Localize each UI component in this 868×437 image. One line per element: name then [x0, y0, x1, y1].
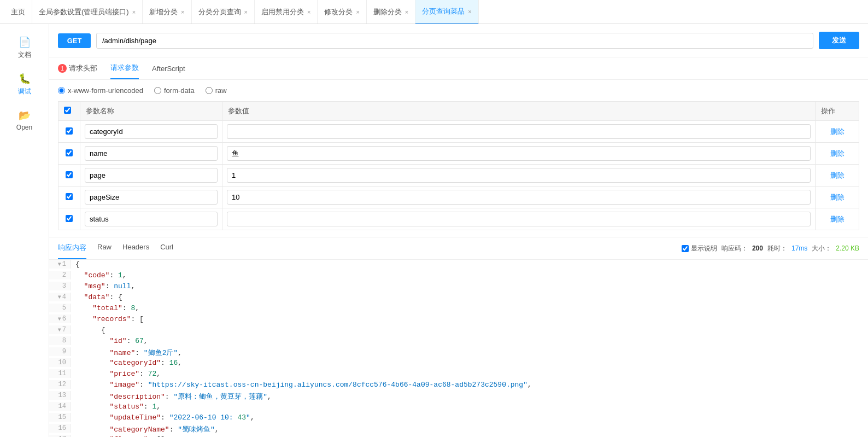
param-check-2[interactable]	[66, 171, 73, 178]
param-value-input-3[interactable]	[227, 190, 811, 205]
param-check-0[interactable]	[66, 127, 73, 135]
param-check-4[interactable]	[66, 215, 73, 222]
tab-label-enable-disable: 启用禁用分类	[261, 7, 304, 17]
tab-close-dish-page[interactable]: ×	[468, 8, 471, 15]
code-line: 9 "name": "鲫鱼2斤",	[49, 347, 868, 358]
tab-close-add-category[interactable]: ×	[181, 9, 184, 15]
tab-request-params[interactable]: 请求参数	[110, 57, 139, 79]
sidebar: 📄 文档 🐛 调试 📂 Open	[0, 24, 49, 437]
param-name-input-3[interactable]	[85, 190, 218, 205]
param-value-cell-0	[222, 121, 816, 143]
time-value: 17ms	[791, 244, 807, 252]
tab-delete-category[interactable]: 删除分类×	[367, 0, 415, 24]
tab-close-delete-category[interactable]: ×	[405, 9, 408, 15]
radio-x-www-label: x-www-form-urlencoded	[68, 86, 143, 95]
code-line: ▼1{	[49, 260, 868, 271]
param-name-input-1[interactable]	[85, 146, 218, 161]
status-code: 200	[752, 244, 763, 252]
param-value-input-2[interactable]	[227, 168, 811, 183]
line-content: "id": 67,	[71, 336, 868, 346]
param-action-cell-2: 删除	[816, 165, 859, 187]
param-delete-btn-0[interactable]: 删除	[828, 127, 847, 137]
param-delete-btn-3[interactable]: 删除	[828, 193, 847, 202]
line-number: 16	[49, 424, 71, 433]
code-line: ▼6 "records": [	[49, 314, 868, 325]
param-value-cell-4	[222, 208, 816, 230]
param-check-3[interactable]	[66, 193, 73, 200]
param-check-cell-2	[58, 165, 80, 187]
sidebar-label-debug: 调试	[18, 87, 31, 96]
col-param-name: 参数名称	[80, 102, 222, 121]
radio-x-www-input[interactable]	[58, 87, 65, 94]
response-meta: 显示说明 响应码： 200 耗时： 17ms 大小： 2.20 KB	[682, 244, 859, 253]
tab-close-enable-disable[interactable]: ×	[307, 9, 310, 15]
tab-raw[interactable]: Raw	[97, 237, 112, 259]
tab-enable-disable[interactable]: 启用禁用分类×	[255, 0, 318, 24]
send-button[interactable]: 发送	[819, 32, 859, 49]
param-name-input-2[interactable]	[85, 168, 218, 183]
tab-category-page[interactable]: 分类分页查询×	[192, 0, 255, 24]
line-number: 17	[49, 435, 71, 437]
tab-request-header[interactable]: 1 请求头部	[58, 58, 97, 79]
tab-curl[interactable]: Curl	[160, 237, 173, 259]
line-number: 14	[49, 402, 71, 411]
time-label: 耗时：	[767, 244, 787, 253]
tab-global-settings[interactable]: 全局参数设置(管理员端接口)×	[32, 0, 143, 24]
tab-headers[interactable]: Headers	[122, 237, 149, 259]
tab-afterscript[interactable]: AfterScript	[152, 59, 185, 78]
code-line: 3 "msg": null,	[49, 282, 868, 293]
tab-label-delete-category: 删除分类	[373, 7, 402, 17]
param-name-input-4[interactable]	[85, 212, 218, 226]
collapse-arrow[interactable]: ▼	[58, 294, 61, 300]
code-line: 16 "categoryName": "蜀味烤鱼",	[49, 424, 868, 435]
tab-edit-category[interactable]: 修改分类×	[318, 0, 366, 24]
param-value-input-4[interactable]	[227, 212, 811, 226]
param-check-cell-1	[58, 143, 80, 165]
tab-add-category[interactable]: 新增分类×	[143, 0, 191, 24]
tab-close-global-settings[interactable]: ×	[132, 9, 136, 15]
tab-response-content-label: 响应内容	[58, 243, 86, 252]
tab-dish-page[interactable]: 分页查询菜品×	[415, 0, 478, 24]
param-delete-btn-2[interactable]: 删除	[828, 171, 847, 180]
sidebar-item-docs[interactable]: 📄 文档	[0, 30, 49, 66]
url-input[interactable]	[96, 33, 813, 49]
tab-request-params-label: 请求参数	[110, 63, 139, 73]
param-name-input-0[interactable]	[85, 124, 218, 139]
radio-x-www[interactable]: x-www-form-urlencoded	[58, 86, 143, 95]
param-name-cell-0	[80, 121, 222, 143]
param-check-1[interactable]	[66, 149, 73, 156]
param-delete-btn-1[interactable]: 删除	[828, 149, 847, 159]
radio-raw-input[interactable]	[206, 87, 213, 94]
tab-home[interactable]: 主页	[4, 0, 32, 24]
debug-icon: 🐛	[19, 73, 31, 85]
line-number: 15	[49, 413, 71, 422]
radio-form-data-input[interactable]	[154, 87, 161, 94]
param-action-cell-1: 删除	[816, 143, 859, 165]
sidebar-item-debug[interactable]: 🐛 调试	[0, 66, 49, 103]
line-content: "status": 1,	[71, 402, 868, 411]
tab-close-category-page[interactable]: ×	[244, 9, 248, 15]
show-desc-input[interactable]	[682, 245, 689, 252]
radio-form-data[interactable]: form-data	[154, 86, 195, 95]
section-tabs: 1 请求头部 请求参数 AfterScript	[49, 57, 868, 80]
collapse-arrow[interactable]: ▼	[58, 261, 61, 267]
line-content: "updateTime": "2022-06-10 10: 43",	[71, 413, 868, 422]
method-badge: GET	[58, 33, 91, 48]
code-line: 11 "price": 72,	[49, 369, 868, 380]
collapse-arrow[interactable]: ▼	[58, 327, 61, 333]
tab-close-edit-category[interactable]: ×	[356, 9, 359, 15]
check-all[interactable]	[64, 107, 71, 114]
radio-raw-label: raw	[215, 86, 227, 95]
tab-response-content[interactable]: 响应内容	[58, 237, 86, 259]
param-value-input-0[interactable]	[227, 124, 811, 139]
code-line: 5 "total": 8,	[49, 304, 868, 314]
sidebar-item-open[interactable]: 📂 Open	[0, 103, 49, 138]
line-number: 8	[49, 336, 71, 345]
param-delete-btn-4[interactable]: 删除	[828, 214, 847, 224]
param-value-input-1[interactable]	[227, 146, 811, 161]
params-section: x-www-form-urlencoded form-data raw	[49, 80, 868, 237]
show-desc-checkbox[interactable]: 显示说明	[682, 244, 717, 253]
radio-raw[interactable]: raw	[206, 86, 227, 95]
collapse-arrow[interactable]: ▼	[58, 316, 61, 322]
param-action-cell-4: 删除	[816, 208, 859, 230]
